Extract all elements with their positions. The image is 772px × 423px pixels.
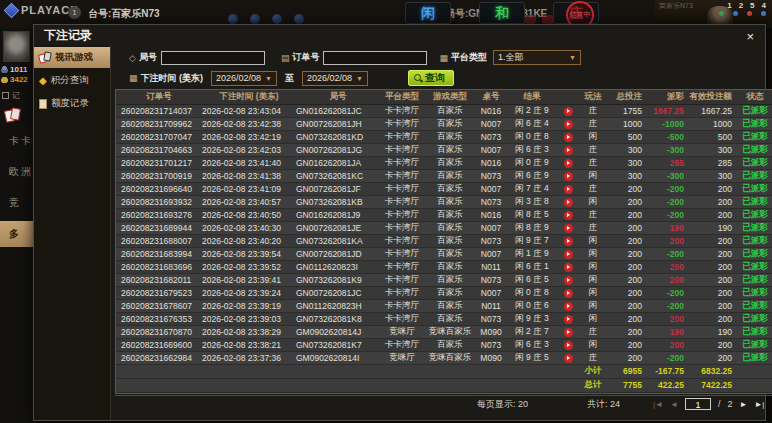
replay-video-icon[interactable] xyxy=(564,289,573,298)
cell-video[interactable] xyxy=(558,299,578,312)
search-button[interactable]: 查询 xyxy=(408,70,454,86)
cell-round: GN016262081J9 xyxy=(296,208,380,221)
cell-video[interactable] xyxy=(558,208,578,221)
cell-payout: 190 xyxy=(646,325,688,338)
cell-video[interactable] xyxy=(558,312,578,325)
cell-time: 2026-02-08 23:38:29 xyxy=(202,325,296,338)
cell-video[interactable] xyxy=(558,104,578,117)
bet-records-dialog: 下注记录 × 视讯游戏 ◆ 积分查询 额度记录 xyxy=(33,24,766,421)
lobby-menu-item[interactable]: 卡卡 xyxy=(0,128,33,154)
column-header-order: 订单号 xyxy=(116,90,202,104)
sidebar-item-credit-records[interactable]: 额度记录 xyxy=(34,93,110,114)
next-page-button[interactable]: ► xyxy=(739,400,747,409)
cell-video[interactable] xyxy=(558,221,578,234)
cell-play: 闲 xyxy=(578,260,608,273)
lobby-menu-item[interactable]: 竞 xyxy=(0,190,33,216)
close-icon[interactable]: × xyxy=(746,30,754,43)
replay-video-icon[interactable] xyxy=(564,302,573,311)
cell-game: 百家乐 xyxy=(424,286,476,299)
cell-play: 庄 xyxy=(578,351,608,364)
total-label: 总计 xyxy=(578,378,608,392)
cell-video[interactable] xyxy=(558,234,578,247)
chevron-down-icon: ▼ xyxy=(569,54,576,61)
replay-video-icon[interactable] xyxy=(564,133,573,142)
cell-video[interactable] xyxy=(558,182,578,195)
prev-page-button[interactable]: ◄ xyxy=(670,400,678,409)
cell-status: 已派彩 xyxy=(736,156,772,169)
cell-hall: 卡卡湾厅 xyxy=(380,156,424,169)
cell-round: GN073262081KD xyxy=(296,130,380,143)
replay-video-icon[interactable] xyxy=(564,328,573,337)
total-valid: 7422.25 xyxy=(688,378,736,392)
cell-round: GN073262081K7 xyxy=(296,338,380,351)
cell-video[interactable] xyxy=(558,325,578,338)
date-from-picker[interactable]: 2026/02/08 ▼ xyxy=(211,71,277,86)
replay-video-icon[interactable] xyxy=(564,120,573,129)
cell-video[interactable] xyxy=(558,273,578,286)
replay-video-icon[interactable] xyxy=(564,198,573,207)
round-number-input[interactable] xyxy=(161,51,265,65)
replay-video-icon[interactable] xyxy=(564,250,573,259)
replay-video-icon[interactable] xyxy=(564,341,573,350)
cell-video[interactable] xyxy=(558,195,578,208)
avatar[interactable] xyxy=(3,31,30,62)
cell-result: 闲 9 庄 3 xyxy=(506,312,558,325)
cell-status: 已派彩 xyxy=(736,338,772,351)
cell-time: 2026-02-08 23:43:04 xyxy=(202,104,296,117)
pencil-icon xyxy=(2,92,9,99)
cell-status: 已派彩 xyxy=(736,143,772,156)
date-to-picker[interactable]: 2026/02/08 ▼ xyxy=(302,71,368,86)
cell-video[interactable] xyxy=(558,260,578,273)
cell-game: 百家乐 xyxy=(424,130,476,143)
column-header-hall: 平台类型 xyxy=(380,90,424,104)
cell-video[interactable] xyxy=(558,117,578,130)
platform-type-select[interactable]: 1.全部 ▼ xyxy=(493,50,581,65)
last-page-button[interactable]: ►| xyxy=(754,400,764,409)
replay-video-icon[interactable] xyxy=(564,146,573,155)
replay-video-icon[interactable] xyxy=(564,159,573,168)
bet-player-button[interactable]: 闲 xyxy=(405,2,451,24)
logo-gem-icon xyxy=(4,2,20,18)
cell-video[interactable] xyxy=(558,169,578,182)
replay-video-icon[interactable] xyxy=(564,315,573,324)
cell-valid: 300 xyxy=(688,143,736,156)
clipboard-icon: ▤ xyxy=(281,53,290,63)
current-page-input[interactable]: 1 xyxy=(685,398,711,410)
cell-round: GN007262081JC xyxy=(296,286,380,299)
cell-status: 已派彩 xyxy=(736,312,772,325)
player-count: 1011 xyxy=(1,65,27,74)
cell-video[interactable] xyxy=(558,247,578,260)
replay-video-icon[interactable] xyxy=(564,107,573,116)
cell-video[interactable] xyxy=(558,143,578,156)
subtotal-payout: -167.75 xyxy=(646,364,688,378)
replay-video-icon[interactable] xyxy=(564,276,573,285)
order-number-input[interactable] xyxy=(323,51,427,65)
cell-video[interactable] xyxy=(558,338,578,351)
cell-bet: 1000 xyxy=(608,117,646,130)
cell-video[interactable] xyxy=(558,351,578,364)
replay-video-icon[interactable] xyxy=(564,211,573,220)
cell-game: 百家乐 xyxy=(424,143,476,156)
cell-play: 闲 xyxy=(578,338,608,351)
cell-video[interactable] xyxy=(558,286,578,299)
cell-video[interactable] xyxy=(558,156,578,169)
note-entry[interactable]: 记 xyxy=(2,90,20,101)
cell-payout: -200 xyxy=(646,195,688,208)
replay-video-icon[interactable] xyxy=(564,185,573,194)
replay-video-icon[interactable] xyxy=(564,263,573,272)
lobby-menu-item-active[interactable]: 多 xyxy=(0,221,33,247)
first-page-button[interactable]: |◄ xyxy=(653,400,663,409)
bet-tie-button[interactable]: 和 xyxy=(479,2,525,24)
cell-video[interactable] xyxy=(558,130,578,143)
replay-video-icon[interactable] xyxy=(564,237,573,246)
column-header-round: 局号 xyxy=(296,90,380,104)
sidebar-item-video-games[interactable]: 视讯游戏 xyxy=(34,47,110,68)
road-counter-dots xyxy=(719,11,766,16)
replay-video-icon[interactable] xyxy=(564,224,573,233)
column-header-video xyxy=(558,90,578,104)
sidebar-item-points-query[interactable]: ◆ 积分查询 xyxy=(34,70,110,91)
lobby-menu-item[interactable]: 欧洲 xyxy=(0,159,33,185)
replay-video-icon[interactable] xyxy=(564,354,573,363)
replay-video-icon[interactable] xyxy=(564,172,573,181)
window-number-badge: 1 xyxy=(68,6,81,19)
